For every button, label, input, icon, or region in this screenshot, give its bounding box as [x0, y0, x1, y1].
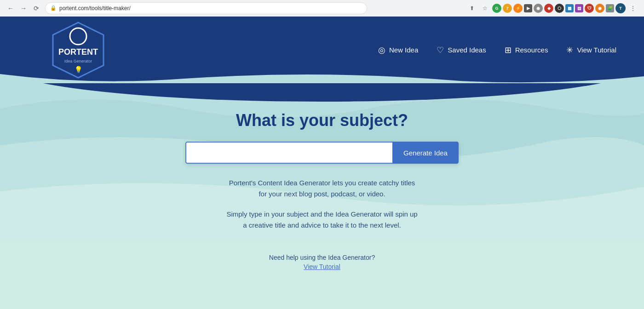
ext-red[interactable]: ◈: [544, 4, 553, 13]
browser-controls: ← → ⟳: [6, 3, 41, 13]
subject-input[interactable]: [185, 142, 392, 164]
ext-avatar[interactable]: T: [615, 3, 626, 13]
saved-ideas-nav[interactable]: ♡ Saved Ideas: [437, 45, 486, 55]
tutorial-link[interactable]: View Tutorial: [304, 263, 340, 270]
svg-text:PORTENT: PORTENT: [58, 47, 98, 57]
new-idea-label: New Idea: [389, 46, 418, 54]
extensions-area: G 7 ⚡ ▶ ◉ ◈ ⬡ ▦ ▤ 🛡 ◉ 🧩 T: [492, 3, 626, 13]
page: PORTENT Idea Generator 💡 ◎ New Idea ♡ Sa…: [0, 17, 644, 309]
description-1: Portent's Content Idea Generator lets yo…: [225, 177, 419, 200]
ext-blue-sq[interactable]: ▦: [565, 4, 574, 12]
browser-chrome: ← → ⟳ 🔒 portent.com/tools/title-maker/ ⬆…: [0, 0, 644, 17]
logo-hexagon: PORTENT Idea Generator 💡: [48, 20, 108, 80]
page-title: What is your subject?: [236, 111, 408, 130]
browser-actions: ⬆ ☆ G 7 ⚡ ▶ ◉ ◈ ⬡ ▦ ▤ 🛡 ◉ 🧩 T ⋮: [466, 3, 638, 14]
search-form: Generate Idea: [185, 142, 459, 164]
resources-label: Resources: [515, 46, 548, 54]
address-bar[interactable]: 🔒 portent.com/tools/title-maker/: [45, 2, 367, 14]
bookmark-button[interactable]: ☆: [479, 3, 490, 14]
navigation: ◎ New Idea ♡ Saved Ideas ⊞ Resources ✳ V…: [378, 45, 616, 55]
logo-area: PORTENT Idea Generator 💡: [0, 20, 156, 80]
view-tutorial-nav[interactable]: ✳ View Tutorial: [566, 45, 616, 55]
ext-video[interactable]: ▶: [524, 4, 532, 12]
ext-gray-1[interactable]: ◉: [534, 4, 543, 13]
ext-dark[interactable]: ⬡: [555, 4, 564, 13]
view-tutorial-label: View Tutorial: [577, 46, 616, 54]
help-text: Need help using the Idea Generator?: [269, 254, 375, 261]
saved-ideas-icon: ♡: [437, 45, 444, 55]
url-text: portent.com/tools/title-maker/: [59, 5, 131, 11]
saved-ideas-label: Saved Ideas: [448, 46, 486, 54]
generate-button[interactable]: Generate Idea: [392, 142, 459, 164]
ext-green-circle[interactable]: G: [492, 4, 501, 13]
resources-nav[interactable]: ⊞ Resources: [505, 45, 548, 55]
tutorial-icon: ✳: [566, 45, 573, 55]
ext-purple-sq[interactable]: ▤: [575, 4, 583, 12]
menu-button[interactable]: ⋮: [627, 3, 638, 14]
ext-badge-7[interactable]: 7: [503, 4, 512, 13]
resources-icon: ⊞: [505, 45, 512, 55]
svg-text:💡: 💡: [75, 66, 83, 74]
ext-puzzle[interactable]: 🧩: [606, 4, 614, 12]
ext-orange[interactable]: ⚡: [513, 4, 523, 13]
share-button[interactable]: ⬆: [466, 3, 477, 14]
new-idea-icon: ◎: [378, 45, 385, 55]
reload-button[interactable]: ⟳: [31, 3, 41, 13]
main-content: What is your subject? Generate Idea Port…: [0, 83, 644, 309]
ext-red-2[interactable]: 🛡: [585, 4, 594, 13]
description-2: Simply type in your subject and the Idea…: [225, 209, 419, 231]
lock-icon: 🔒: [50, 5, 57, 11]
back-button[interactable]: ←: [6, 3, 16, 13]
new-idea-nav[interactable]: ◎ New Idea: [378, 45, 418, 55]
header: PORTENT Idea Generator 💡 ◎ New Idea ♡ Sa…: [0, 17, 644, 83]
ext-orange-2[interactable]: ◉: [595, 4, 604, 13]
svg-text:Idea Generator: Idea Generator: [64, 59, 92, 63]
forward-button[interactable]: →: [18, 3, 29, 13]
